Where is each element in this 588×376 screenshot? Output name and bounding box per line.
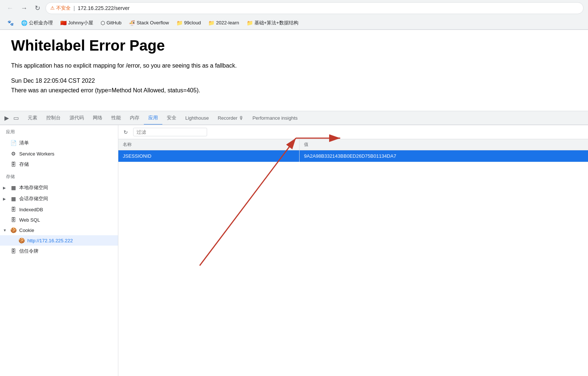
address-text: 172.16.225.222/server <box>78 5 129 11</box>
localstorage-icon: ▦ <box>10 185 16 191</box>
sidebar-item-sessionstorage[interactable]: ▶ ▦ 会话存储空间 <box>0 193 118 204</box>
tab-sources[interactable]: 源代码 <box>65 112 88 125</box>
app-section-label: 应用 <box>0 125 118 137</box>
sidebar-item-websql[interactable]: 🗄 Web SQL <box>0 215 118 225</box>
bookmark-99cloud[interactable]: 📁 99cloud <box>173 18 204 27</box>
sidebar-item-storage[interactable]: 🗄 存储 <box>0 159 118 170</box>
websql-icon: 🗄 <box>10 217 16 223</box>
bookmark-2022learn[interactable]: 📁 2022-learn <box>205 18 242 27</box>
bookmark-gjj[interactable]: 🌐 公积金办理 <box>18 18 56 28</box>
localstorage-label: 本地存储空间 <box>19 184 48 191</box>
manifest-label: 清单 <box>19 140 29 146</box>
cookie-table: 名称 值 JSESSIONID 9A2A98B332143BB0ED26D75B… <box>118 139 588 376</box>
cookie-filter-input[interactable] <box>133 128 207 136</box>
tab-console[interactable]: 控制台 <box>42 112 65 125</box>
error-title: Whitelabel Error Page <box>11 37 577 54</box>
folder-icon-basics: 📁 <box>247 20 253 26</box>
github-icon: ⬡ <box>101 20 105 26</box>
bookmark-label-2022learn: 2022-learn <box>216 20 239 25</box>
folder-icon-99: 📁 <box>176 20 183 26</box>
folder-icon-2022: 📁 <box>208 20 214 26</box>
error-type: There was an unexpected error (type=Meth… <box>11 87 577 94</box>
sidebar-item-trust-tokens[interactable]: 🗄 信任令牌 <box>0 246 118 257</box>
tab-memory[interactable]: 内存 <box>125 112 144 125</box>
main-panel-wrapper: ↻ 名称 值 JSESSIONID 9A2A98B332143BB0ED26D7… <box>118 125 588 376</box>
reload-button[interactable]: ↻ <box>33 3 43 14</box>
bookmark-basics[interactable]: 📁 基础+算法+数据结构 <box>244 18 301 28</box>
devtools-icon-group: ▶ ▭ <box>3 113 20 123</box>
sidebar-item-manifest[interactable]: 📄 清单 <box>0 137 118 148</box>
cookie-name-jsessionid: JSESSIONID <box>118 150 300 162</box>
sidebar-item-service-workers[interactable]: ⚙ Service Workers <box>0 148 118 159</box>
tab-application[interactable]: 应用 <box>144 112 162 125</box>
security-warning: ⚠ 不安全 <box>50 5 71 11</box>
main-panel: ↻ 名称 值 JSESSIONID 9A2A98B332143BB0ED26D7… <box>118 125 588 376</box>
tab-performance[interactable]: 性能 <box>107 112 125 125</box>
cookie-icon: 🍪 <box>10 227 16 233</box>
globe-icon: 🌐 <box>21 20 27 26</box>
tab-elements[interactable]: 元素 <box>23 112 42 125</box>
back-button[interactable]: ← <box>4 3 16 14</box>
tab-lighthouse[interactable]: Lighthouse <box>181 112 213 125</box>
bookmark-label-github: GitHub <box>107 20 121 25</box>
tab-security[interactable]: 安全 <box>162 112 181 125</box>
bookmark-label-stackoverflow: Stack Overflow <box>136 20 169 25</box>
sidebar-item-cookie[interactable]: ▼ 🍪 Cookie <box>0 225 118 235</box>
device-toggle-button[interactable]: ▭ <box>12 113 20 123</box>
chevron-down-icon-cookie: ▼ <box>3 228 7 232</box>
col-header-value: 值 <box>300 139 588 150</box>
tab-network[interactable]: 网络 <box>88 112 107 125</box>
devtools-body: 应用 📄 清单 ⚙ Service Workers 🗄 存储 存储 ▶ ▦ 本地… <box>0 125 588 376</box>
address-bar[interactable]: ⚠ 不安全 | 172.16.225.222/server <box>45 2 584 14</box>
cookie-refresh-button[interactable]: ↻ <box>121 128 130 136</box>
col-header-name: 名称 <box>118 139 300 150</box>
forward-button[interactable]: → <box>18 3 30 14</box>
storage-section-label: 存储 <box>0 170 118 182</box>
service-workers-label: Service Workers <box>19 151 54 157</box>
titlebar: ← → ↻ ⚠ 不安全 | 172.16.225.222/server <box>0 0 588 16</box>
bookmark-label-99cloud: 99cloud <box>184 20 201 25</box>
page-content: Whitelabel Error Page This application h… <box>0 30 588 111</box>
stackoverflow-icon: 🍜 <box>129 20 135 26</box>
paw-icon: 🐾 <box>7 20 14 26</box>
cn-flag-icon: 🇨🇳 <box>60 20 67 26</box>
address-separator: | <box>74 5 75 11</box>
websql-label: Web SQL <box>19 217 40 223</box>
storage-icon: 🗄 <box>10 161 16 167</box>
table-header: 名称 值 <box>118 139 588 150</box>
manifest-icon: 📄 <box>10 140 16 146</box>
sessionstorage-icon: ▦ <box>10 196 16 202</box>
bookmark-johnny[interactable]: 🇨🇳 Johnny小屋 <box>57 18 96 28</box>
sessionstorage-label: 会话存储空间 <box>19 195 48 202</box>
sidebar-item-cookie-url[interactable]: 🍪 http://172.16.225.222 <box>0 235 118 246</box>
cookie-label: Cookie <box>19 228 34 233</box>
cookie-row-jsessionid[interactable]: JSESSIONID 9A2A98B332143BB0ED26D75B01134… <box>118 150 588 162</box>
cookie-toolbar: ↻ <box>118 125 588 139</box>
trust-tokens-label: 信任令牌 <box>19 248 38 254</box>
devtools: ▶ ▭ 元素 控制台 源代码 网络 性能 内存 应用 安全 Lighthouse… <box>0 111 588 376</box>
browser-chrome: ← → ↻ ⚠ 不安全 | 172.16.225.222/server 🐾 🌐 … <box>0 0 588 30</box>
error-timestamp: Sun Dec 18 22:05:04 CST 2022 <box>11 78 577 84</box>
chevron-right-icon-session: ▶ <box>3 197 7 201</box>
bookmark-stackoverflow[interactable]: 🍜 Stack Overflow <box>126 18 172 27</box>
inspect-element-button[interactable]: ▶ <box>3 113 10 123</box>
cookie-url-icon: 🍪 <box>18 237 24 243</box>
chevron-right-icon: ▶ <box>3 186 7 190</box>
bookmarks-bar: 🐾 🌐 公积金办理 🇨🇳 Johnny小屋 ⬡ GitHub 🍜 Stack O… <box>0 16 588 30</box>
devtools-toolbar: ▶ ▭ 元素 控制台 源代码 网络 性能 内存 应用 安全 Lighthouse… <box>0 111 588 125</box>
bookmark-paw[interactable]: 🐾 <box>4 18 17 27</box>
sidebar-item-localstorage[interactable]: ▶ ▦ 本地存储空间 <box>0 182 118 193</box>
bookmark-label-basics: 基础+算法+数据结构 <box>254 20 298 26</box>
indexeddb-icon: 🗄 <box>10 206 16 212</box>
storage-label: 存储 <box>19 161 29 168</box>
cookie-value-jsessionid: 9A2A98B332143BB0ED26D75B01134DA7 <box>300 150 588 162</box>
bookmark-github[interactable]: ⬡ GitHub <box>98 18 124 27</box>
tab-recorder[interactable]: Recorder 🎙 <box>213 112 248 125</box>
tab-performance-insights[interactable]: Performance insights <box>248 112 302 125</box>
bookmark-label-johnny: Johnny小屋 <box>68 20 93 26</box>
cookie-url-label: http://172.16.225.222 <box>27 238 73 243</box>
error-description: This application has no explicit mapping… <box>11 61 577 70</box>
bookmark-label-gjj: 公积金办理 <box>29 20 53 26</box>
devtools-sidebar: 应用 📄 清单 ⚙ Service Workers 🗄 存储 存储 ▶ ▦ 本地… <box>0 125 118 376</box>
sidebar-item-indexeddb[interactable]: 🗄 IndexedDB <box>0 204 118 215</box>
